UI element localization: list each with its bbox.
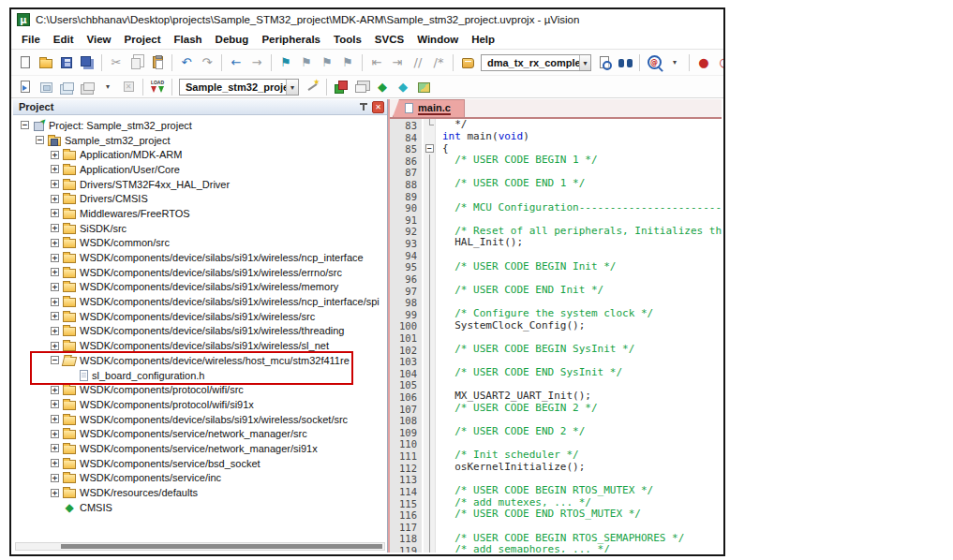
menu-help[interactable]: Help xyxy=(465,32,501,47)
tree-item[interactable]: +WSDK/components/protocol/wifi/src xyxy=(13,382,387,397)
expander-collapsed[interactable]: + xyxy=(51,400,59,408)
tree-item[interactable]: +WSDK/components/protocol/wifi/si91x xyxy=(13,397,387,412)
target-combo-dropdown-icon[interactable]: ▾ xyxy=(286,80,298,95)
tree-item[interactable]: +Application/User/Core xyxy=(13,162,387,177)
expander-collapsed[interactable]: + xyxy=(51,298,59,306)
outdent-button[interactable]: ⇤ xyxy=(367,53,386,72)
target-combo[interactable]: Sample_stm32_project▾ xyxy=(179,79,299,96)
code-editor[interactable]: 83 */84int main(void)85−{86 /* USER CODE… xyxy=(390,119,722,553)
search-combo[interactable]: dma_tx_rx_completed▾ xyxy=(481,54,591,71)
download-button[interactable]: LOAD xyxy=(148,78,167,96)
tree-item[interactable]: +Drivers/STM32F4xx_HAL_Driver xyxy=(13,177,387,192)
expander-expanded[interactable]: − xyxy=(51,356,59,364)
expander-collapsed[interactable]: + xyxy=(51,342,59,350)
navigate-back-button[interactable]: ← xyxy=(227,53,246,72)
expander-collapsed[interactable]: + xyxy=(51,165,59,173)
incremental-find-button[interactable] xyxy=(616,53,634,72)
tree-item[interactable]: ◆CMSIS xyxy=(13,500,387,515)
expander-collapsed[interactable]: + xyxy=(51,459,59,467)
expander-collapsed[interactable]: + xyxy=(51,444,59,452)
tree-item[interactable]: +WSDK/components/service/network_manager… xyxy=(13,441,387,456)
insert-breakpoint-button[interactable]: ● xyxy=(694,53,713,72)
save-all-button[interactable] xyxy=(78,53,97,72)
save-button[interactable] xyxy=(57,53,76,72)
menu-view[interactable]: View xyxy=(81,32,118,47)
project-tree[interactable]: −Project: Sample_stm32_project−Sample_st… xyxy=(13,115,387,541)
uncomment-selection-button[interactable]: /* xyxy=(429,53,448,72)
tree-item[interactable]: +WSDK/components/service/bsd_socket xyxy=(13,456,387,471)
expander-collapsed[interactable]: + xyxy=(51,209,59,217)
expander-expanded[interactable]: − xyxy=(36,136,44,144)
expander-collapsed[interactable]: + xyxy=(51,195,59,203)
manage-rte-button[interactable] xyxy=(332,78,350,96)
tree-item[interactable]: +Middlewares/FreeRTOS xyxy=(13,206,387,221)
menu-debug[interactable]: Debug xyxy=(209,32,256,47)
menu-file[interactable]: File xyxy=(15,32,47,47)
tree-item[interactable]: +WSDK/components/service/inc xyxy=(13,471,387,486)
tree-item[interactable]: +Application/MDK-ARM xyxy=(13,147,387,162)
new-file-button[interactable] xyxy=(16,53,35,72)
books-button[interactable] xyxy=(458,53,477,72)
tree-item[interactable]: +WSDK/components/service/network_manager… xyxy=(13,426,387,441)
project-tree-hscrollbar[interactable] xyxy=(15,542,385,551)
manage-books-button[interactable] xyxy=(352,78,371,96)
batch-build-dropdown[interactable]: ▾ xyxy=(98,78,117,96)
expander-collapsed[interactable]: + xyxy=(51,386,59,394)
menu-project[interactable]: Project xyxy=(118,32,168,47)
expander-collapsed[interactable]: + xyxy=(51,312,59,320)
hscrollbar-thumb[interactable] xyxy=(61,544,382,549)
find-button[interactable]: @ xyxy=(645,53,663,72)
tree-item[interactable]: +WSDK/components/device/silabs/si91x/wir… xyxy=(13,338,387,353)
menu-edit[interactable]: Edit xyxy=(47,32,81,47)
menu-tools[interactable]: Tools xyxy=(327,32,368,47)
expander-collapsed[interactable]: + xyxy=(51,268,59,276)
expander-collapsed[interactable]: + xyxy=(51,283,59,291)
tree-item[interactable]: +WSDK/components/device/silabs/si91x/wir… xyxy=(13,265,387,280)
tree-item[interactable]: +WSDK/components/device/silabs/si91x/wir… xyxy=(13,309,387,324)
open-file-button[interactable] xyxy=(37,53,55,72)
menu-window[interactable]: Window xyxy=(410,32,465,47)
expander-collapsed[interactable]: + xyxy=(51,224,59,232)
find-in-files-button[interactable] xyxy=(595,53,614,72)
prev-bookmark-button[interactable]: ⚑ xyxy=(297,53,316,72)
expander-collapsed[interactable]: + xyxy=(51,489,59,497)
copy-button[interactable] xyxy=(127,53,146,72)
expander-collapsed[interactable]: + xyxy=(51,430,59,438)
navigate-forward-button[interactable]: → xyxy=(247,53,266,72)
undo-button[interactable]: ↶ xyxy=(177,53,196,72)
rebuild-all-button[interactable] xyxy=(57,78,76,96)
tree-item[interactable]: +WSDK/components/device/silabs/si91x/wir… xyxy=(13,280,387,295)
indent-button[interactable]: ⇥ xyxy=(388,53,407,72)
toggle-bookmark-button[interactable]: ⚑ xyxy=(276,53,295,72)
cut-button[interactable]: ✂ xyxy=(107,53,126,72)
pin-icon[interactable] xyxy=(357,101,369,113)
next-bookmark-button[interactable]: ⚑ xyxy=(318,53,336,72)
stop-build-button[interactable]: ✕ xyxy=(119,78,138,96)
find-dropdown[interactable]: ▾ xyxy=(665,53,684,72)
search-combo-dropdown-icon[interactable]: ▾ xyxy=(579,55,590,70)
tree-item[interactable]: +WSDK/components/device/silabs/si91x/wir… xyxy=(13,324,387,339)
tree-item[interactable]: +WSDK/components/device/silabs/si91x/wir… xyxy=(13,294,387,309)
translate-button[interactable] xyxy=(16,78,35,96)
menu-svcs[interactable]: SVCS xyxy=(368,32,410,47)
clear-bookmarks-button[interactable]: ⚑ xyxy=(338,53,357,72)
tree-item[interactable]: +WSDK/components/device/silabs/si91x/wir… xyxy=(13,250,387,265)
tree-item[interactable]: +WSDK/resources/defaults xyxy=(13,485,387,500)
paste-button[interactable] xyxy=(148,53,167,72)
menu-flash[interactable]: Flash xyxy=(168,32,209,47)
expander-expanded[interactable]: − xyxy=(21,121,29,129)
tree-item[interactable]: −Project: Sample_stm32_project xyxy=(13,118,387,133)
options-for-target-button[interactable] xyxy=(303,78,321,96)
batch-build-button[interactable] xyxy=(78,78,97,96)
expander-collapsed[interactable]: + xyxy=(51,254,59,262)
fold-collapse-box[interactable]: − xyxy=(425,144,434,153)
pack-installer-button[interactable] xyxy=(414,78,433,96)
comment-selection-button[interactable]: // xyxy=(409,53,427,72)
tree-item[interactable]: +WSDK/components/device/silabs/si91x/wir… xyxy=(13,412,387,427)
tree-item[interactable]: −WSDK/components/device/wireless/host_mc… xyxy=(13,353,387,368)
select-software-packs-button[interactable]: ◆ xyxy=(394,78,412,96)
disable-breakpoint-button[interactable]: ○ xyxy=(715,53,725,72)
build-button[interactable] xyxy=(37,78,55,96)
tree-item[interactable]: +Drivers/CMSIS xyxy=(13,191,387,206)
close-panel-button[interactable]: ✕ xyxy=(372,101,384,113)
